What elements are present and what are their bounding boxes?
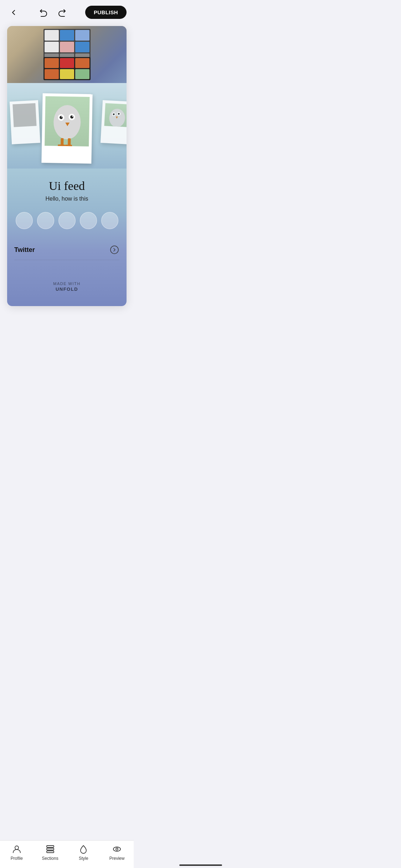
redo-button[interactable]	[56, 6, 68, 19]
polaroid-photo-right	[104, 103, 127, 127]
polaroid-photo-left	[12, 103, 36, 127]
polaroid-right	[101, 100, 127, 144]
story-title: Ui feed	[14, 179, 119, 193]
polaroid-center	[41, 93, 92, 164]
svg-point-8	[53, 105, 81, 139]
svg-rect-6	[113, 126, 115, 127]
social-icons-row	[14, 212, 119, 229]
social-icon-3[interactable]	[58, 212, 76, 229]
made-with: MADE WITH UNFOLD	[14, 281, 119, 292]
social-icon-1[interactable]	[16, 212, 33, 229]
story-content: Ui feed Hello, how is this Twitter	[7, 169, 127, 306]
twitter-row[interactable]: Twitter	[14, 240, 119, 260]
story-top-photo	[7, 26, 127, 83]
svg-rect-7	[116, 126, 118, 127]
svg-rect-19	[65, 145, 72, 146]
polaroid-section	[7, 83, 127, 169]
polaroid-photo-center	[45, 96, 89, 146]
social-icon-5[interactable]	[101, 212, 118, 229]
story-card: Ui feed Hello, how is this Twitter	[7, 26, 127, 306]
social-icon-4[interactable]	[80, 212, 97, 229]
svg-point-20	[110, 246, 118, 254]
redo-icon	[57, 8, 67, 17]
bird-svg	[47, 96, 87, 146]
made-with-label: MADE WITH	[14, 281, 119, 286]
polaroid-row	[7, 90, 127, 169]
undo-icon	[39, 8, 48, 17]
arrow-right-icon	[109, 245, 119, 255]
social-icon-2[interactable]	[37, 212, 54, 229]
publish-button[interactable]: PUBLISH	[85, 6, 127, 19]
back-button[interactable]	[7, 6, 20, 19]
story-subtitle: Hello, how is this	[14, 196, 119, 202]
undo-button[interactable]	[37, 6, 50, 19]
back-icon	[9, 8, 18, 17]
top-bar: PUBLISH	[0, 0, 134, 23]
polaroid-left	[10, 100, 40, 144]
bird-right-svg	[106, 103, 127, 127]
svg-rect-18	[58, 145, 65, 146]
made-with-brand: UNFOLD	[14, 286, 119, 292]
twitter-label: Twitter	[14, 246, 35, 254]
